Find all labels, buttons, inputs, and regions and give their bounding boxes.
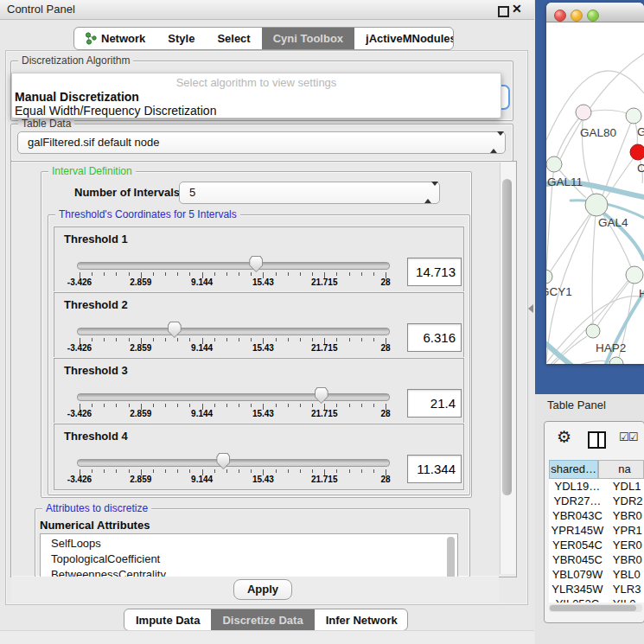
- network-node-GAL11[interactable]: [546, 156, 562, 172]
- slider-tick: [336, 272, 337, 276]
- table-header-row: shared…na: [549, 460, 644, 479]
- slider-tick: [361, 404, 362, 407]
- close-icon[interactable]: ✕: [512, 2, 522, 16]
- slider-tick: [92, 272, 92, 276]
- minimize-traffic-light-icon[interactable]: [571, 10, 583, 22]
- slider-tick-label: 15.43: [237, 409, 289, 418]
- threshold-slider-track[interactable]: [77, 328, 390, 335]
- table-row[interactable]: YBR043CYBR0: [549, 508, 644, 523]
- threshold-slider-track[interactable]: [77, 459, 390, 467]
- slider-tick: [239, 469, 239, 473]
- table-row[interactable]: YDR27…YDR2: [549, 494, 644, 508]
- network-node-GAL80[interactable]: [576, 105, 591, 120]
- threshold-slider-track[interactable]: [77, 262, 390, 270]
- table-row[interactable]: YIL052CYIL0: [549, 596, 644, 603]
- network-node-C[interactable]: [630, 144, 644, 160]
- threshold-slider-thumb[interactable]: [216, 453, 230, 469]
- table-column-header-2[interactable]: na: [598, 460, 644, 479]
- table-row[interactable]: YER054CYER0: [549, 538, 644, 552]
- slider-tick: [92, 404, 92, 407]
- table-row[interactable]: YDL19…YDL1: [549, 479, 644, 494]
- slider-tick: [288, 404, 289, 407]
- zoom-traffic-light-icon[interactable]: [587, 10, 599, 22]
- threshold-value-field[interactable]: 14.713: [407, 258, 462, 286]
- slider-tick: [251, 404, 252, 407]
- slider-tick-label: 2.859: [115, 475, 167, 484]
- network-canvas[interactable]: GAL80G.CGAL11GAL4GCY1HHAP2: [546, 22, 644, 364]
- network-edge[interactable]: [550, 205, 596, 272]
- table-row[interactable]: YBR045CYBR0: [549, 552, 644, 567]
- bottom-tab-infer-network[interactable]: Infer Network: [315, 609, 408, 630]
- network-edge[interactable]: [560, 54, 644, 159]
- network-node-H[interactable]: [626, 266, 643, 284]
- split-pane-collapse-icon[interactable]: [528, 304, 533, 313]
- tab-style[interactable]: Style: [156, 28, 206, 49]
- slider-tick: [239, 272, 239, 276]
- threshold-value-field[interactable]: 11.344: [407, 455, 462, 483]
- table-row[interactable]: YPR145WYPR1: [549, 523, 644, 538]
- table-row[interactable]: YBL079WYBL0: [549, 567, 644, 582]
- table-cell: YER054C: [549, 538, 606, 552]
- vertical-scrollbar-thumb[interactable]: [502, 179, 512, 495]
- network-node[interactable]: [609, 357, 623, 364]
- network-node-HAP2[interactable]: [586, 324, 600, 338]
- interval-definition-title: Interval Definition: [48, 165, 136, 177]
- network-node-GCY1[interactable]: [546, 270, 552, 284]
- network-window-titlebar[interactable]: [546, 3, 644, 22]
- slider-tick: [239, 404, 239, 407]
- number-of-intervals-combo[interactable]: 5: [179, 182, 440, 204]
- close-traffic-light-icon[interactable]: [554, 10, 566, 22]
- control-panel-title: Control Panel: [7, 3, 75, 16]
- network-node-G[interactable]: [626, 108, 641, 124]
- horizontal-scrollbar-thumb[interactable]: [550, 605, 636, 611]
- slider-tick: [251, 338, 252, 341]
- table-column-header-1[interactable]: shared…: [549, 460, 598, 479]
- tab-network[interactable]: Network: [74, 28, 156, 49]
- gear-icon[interactable]: ⚙: [557, 427, 571, 447]
- bottom-tab-impute-data[interactable]: Impute Data: [124, 609, 211, 630]
- table-row[interactable]: YLR345WYLR3: [549, 582, 644, 596]
- threshold-slider-thumb[interactable]: [315, 387, 328, 404]
- attribute-item[interactable]: TopologicalCoefficient: [51, 552, 160, 568]
- network-edge[interactable]: [592, 205, 596, 324]
- float-window-icon[interactable]: [498, 6, 509, 17]
- network-edge-thick[interactable]: [546, 344, 579, 364]
- slider-tick-label: 2.859: [115, 409, 167, 418]
- algorithm-option-1[interactable]: Manual Discretization: [15, 90, 139, 104]
- threshold-value-field[interactable]: 6.316: [407, 323, 462, 352]
- threshold-slider-track[interactable]: [77, 393, 390, 401]
- split-columns-icon[interactable]: [588, 431, 606, 449]
- slider-tick: [153, 272, 154, 276]
- slider-tick: [226, 404, 227, 407]
- tab-select[interactable]: Select: [206, 28, 261, 49]
- threshold-slider-thumb[interactable]: [249, 256, 263, 272]
- slider-tick: [336, 469, 337, 473]
- tab-cyni-toolbox[interactable]: Cyni Toolbox: [262, 28, 354, 49]
- algorithm-option-2[interactable]: Equal Width/Frequency Discretization: [15, 104, 216, 118]
- attribute-item[interactable]: SelfLoops: [51, 537, 101, 552]
- slider-tick-label: 15.43: [237, 277, 289, 287]
- bottom-tab-discretize-data[interactable]: Discretize Data: [211, 609, 314, 630]
- checkbox-columns-icon[interactable]: ☑☑: [619, 430, 637, 443]
- table-data-group-title: Table Data: [18, 118, 74, 130]
- control-panel-bottom-strip: [0, 630, 534, 644]
- threshold-value-field[interactable]: 21.4: [407, 389, 462, 418]
- slider-tick: [276, 272, 277, 276]
- slider-tick: [104, 338, 105, 341]
- tab-jactivemnodules[interactable]: jActiveMNodules: [354, 28, 454, 49]
- threshold-slider-thumb[interactable]: [168, 322, 182, 338]
- slider-tick: [214, 338, 215, 341]
- slider-tick: [226, 469, 227, 473]
- slider-tick: [104, 469, 105, 473]
- apply-button[interactable]: Apply: [233, 579, 292, 600]
- numerical-attributes-list[interactable]: SelfLoopsTopologicalCoefficientBetweenne…: [40, 533, 458, 577]
- horizontal-scrollbar-track[interactable]: [549, 604, 642, 612]
- slider-tick: [153, 404, 154, 407]
- thresholds-group-title: Threshold's Coordinates for 5 Intervals: [55, 208, 240, 220]
- network-edge[interactable]: [546, 205, 596, 361]
- table-cell: YER0: [606, 538, 644, 552]
- network-node-GAL4[interactable]: [585, 194, 608, 216]
- list-scrollbar-thumb[interactable]: [447, 537, 455, 577]
- slider-tick-label: 9.144: [176, 343, 228, 353]
- table-data-combo[interactable]: galFiltered.sif default node: [17, 131, 506, 154]
